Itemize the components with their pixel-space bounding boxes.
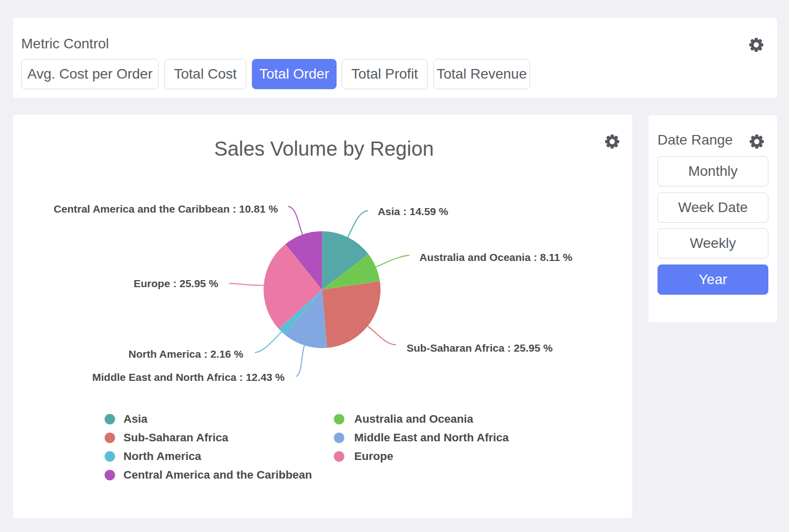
svg-text:Sub-Saharan Africa : 25.95 %: Sub-Saharan Africa : 25.95 % (407, 342, 553, 354)
svg-text:North America: North America (123, 450, 202, 462)
svg-text:North America : 2.16 %: North America : 2.16 % (128, 348, 243, 360)
svg-text:Europe : 25.95 %: Europe : 25.95 % (134, 278, 218, 289)
svg-text:Australia and Oceania: Australia and Oceania (354, 413, 474, 425)
svg-text:Middle East and North Africa: Middle East and North Africa (354, 431, 509, 444)
svg-text:Middle East and North Africa :: Middle East and North Africa : 12.43 % (92, 371, 285, 383)
svg-text:Australia and Oceania : 8.11 %: Australia and Oceania : 8.11 % (420, 251, 573, 263)
svg-text:Sales Volume by Region: Sales Volume by Region (214, 138, 434, 160)
svg-text:Sub-Saharan Africa: Sub-Saharan Africa (123, 431, 228, 444)
svg-text:Asia : 14.59 %: Asia : 14.59 % (378, 206, 448, 217)
svg-text:Central America and the Caribb: Central America and the Caribbean : 10.8… (54, 203, 278, 215)
svg-text:Asia: Asia (123, 413, 148, 425)
svg-text:Europe: Europe (354, 450, 393, 462)
svg-text:Central America and the Caribb: Central America and the Caribbean (123, 469, 312, 481)
